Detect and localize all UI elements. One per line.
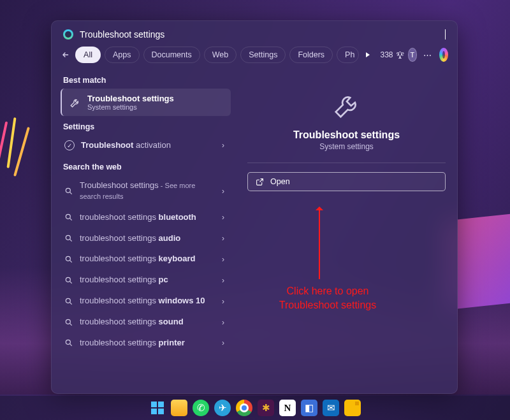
taskbar-telegram[interactable]: ✈︎ xyxy=(214,400,231,416)
best-match-heading: Best match xyxy=(63,76,238,85)
best-match-result[interactable]: Troubleshoot settings System settings xyxy=(61,89,231,116)
web-result-label: troubleshoot settings windows 10 xyxy=(80,296,215,307)
search-bar[interactable] xyxy=(52,21,457,47)
search-icon xyxy=(64,276,73,285)
web-result-4[interactable]: troubleshoot settings pc› xyxy=(62,270,233,291)
windows-logo-icon xyxy=(151,402,164,414)
svg-point-5 xyxy=(66,298,70,303)
wrench-icon xyxy=(69,97,81,108)
preview-subtitle: System settings xyxy=(247,142,446,151)
search-icon xyxy=(63,29,73,40)
web-result-label: troubleshoot settings pc xyxy=(80,275,215,286)
chevron-right-icon: › xyxy=(222,141,227,150)
copilot-icon[interactable] xyxy=(439,48,448,62)
points-value: 338 xyxy=(381,50,393,59)
search-input[interactable] xyxy=(80,29,439,40)
svg-point-1 xyxy=(66,214,70,219)
web-result-label: Troubleshoot settings - See more search … xyxy=(80,180,215,202)
tab-folders[interactable]: Folders xyxy=(289,47,333,63)
search-icon xyxy=(64,255,73,264)
svg-point-4 xyxy=(66,277,70,282)
start-button[interactable] xyxy=(149,400,166,416)
best-match-subtitle: System settings xyxy=(87,103,174,111)
open-button[interactable]: Open xyxy=(247,172,446,191)
chevron-right-icon: › xyxy=(222,213,227,222)
tab-documents[interactable]: Documents xyxy=(143,47,200,63)
search-icon xyxy=(64,213,73,222)
web-result-3[interactable]: troubleshoot settings keyboard› xyxy=(62,249,233,270)
best-match-title: Troubleshoot settings xyxy=(87,94,174,103)
play-icon xyxy=(365,52,371,58)
results-left-pane: Best match Troubleshoot settings System … xyxy=(52,69,238,393)
tab-all[interactable]: All xyxy=(75,47,101,63)
chevron-right-icon: › xyxy=(222,187,227,196)
taskbar-keep[interactable] xyxy=(344,400,361,416)
search-web-heading: Search the web xyxy=(63,163,238,171)
web-result-label: troubleshoot settings sound xyxy=(80,317,215,328)
search-icon xyxy=(64,338,73,347)
svg-point-0 xyxy=(66,188,70,192)
open-external-icon xyxy=(256,178,264,186)
taskbar-whatsapp[interactable]: ✆ xyxy=(193,400,209,416)
settings-result-troubleshoot-activation[interactable]: Troubleshoot activation › xyxy=(62,135,233,156)
search-icon xyxy=(64,297,73,306)
taskbar-outlook[interactable]: ✉︎ xyxy=(323,400,339,416)
divider xyxy=(247,163,446,163)
user-avatar[interactable]: T xyxy=(408,48,418,62)
tab-settings[interactable]: Settings xyxy=(240,47,286,63)
search-icon xyxy=(64,187,73,196)
rewards-points[interactable]: 338 🏆︎ xyxy=(381,50,404,60)
desktop-shape-left xyxy=(0,115,45,191)
search-icon xyxy=(64,234,73,243)
settings-check-icon xyxy=(64,140,75,150)
svg-point-3 xyxy=(66,256,70,261)
web-result-1[interactable]: troubleshoot settings bluetooth› xyxy=(62,207,233,228)
chevron-right-icon: › xyxy=(222,234,227,243)
web-result-7[interactable]: troubleshoot settings printer› xyxy=(62,333,233,354)
arrow-left-icon xyxy=(61,50,70,59)
web-result-0[interactable]: Troubleshoot settings - See more search … xyxy=(62,175,233,207)
web-result-label: troubleshoot settings bluetooth xyxy=(80,212,215,223)
tab-photos[interactable]: Ph xyxy=(337,47,359,63)
chevron-right-icon: › xyxy=(222,276,227,285)
web-result-6[interactable]: troubleshoot settings sound› xyxy=(62,312,233,333)
taskbar: ✆ ✈︎ ✱ N ◧ ✉︎ xyxy=(0,396,510,420)
tabs-scroll-right[interactable] xyxy=(363,47,372,62)
back-button[interactable] xyxy=(61,47,70,62)
tab-apps[interactable]: Apps xyxy=(105,47,140,63)
web-result-5[interactable]: troubleshoot settings windows 10› xyxy=(62,291,233,312)
taskbar-slack[interactable]: ✱ xyxy=(258,400,274,416)
taskbar-notion[interactable]: N xyxy=(279,400,296,416)
annotation-arrow xyxy=(319,208,320,279)
web-result-label: troubleshoot settings audio xyxy=(80,233,215,244)
settings-result-label: Troubleshoot activation xyxy=(81,140,215,151)
web-result-label: troubleshoot settings printer xyxy=(80,338,215,349)
svg-point-6 xyxy=(66,319,70,324)
taskbar-app-blue[interactable]: ◧ xyxy=(301,400,317,416)
wrench-icon-large xyxy=(332,91,361,120)
chevron-right-icon: › xyxy=(222,297,227,306)
text-cursor xyxy=(445,29,446,40)
taskbar-file-explorer[interactable] xyxy=(171,400,187,416)
preview-right-pane: Troubleshoot settings System settings Op… xyxy=(238,69,457,393)
settings-heading: Settings xyxy=(63,122,238,131)
chevron-right-icon: › xyxy=(222,318,227,327)
more-button[interactable]: ⋯ xyxy=(421,50,435,60)
web-result-label: troubleshoot settings keyboard xyxy=(80,254,215,264)
search-icon xyxy=(64,318,73,327)
preview-title: Troubleshoot settings xyxy=(247,129,446,141)
taskbar-chrome[interactable] xyxy=(236,400,252,416)
filter-tabs-row: All Apps Documents Web Settings Folders … xyxy=(52,47,457,69)
search-panel: All Apps Documents Web Settings Folders … xyxy=(51,20,458,394)
tab-web[interactable]: Web xyxy=(204,47,237,63)
svg-point-7 xyxy=(66,340,70,345)
open-button-label: Open xyxy=(270,177,290,186)
svg-point-2 xyxy=(66,235,70,240)
web-result-2[interactable]: troubleshoot settings audio› xyxy=(62,228,233,249)
trophy-icon: 🏆︎ xyxy=(396,50,404,60)
chevron-right-icon: › xyxy=(222,255,227,264)
annotation-text: Click here to open Troubleshoot settings xyxy=(264,284,391,312)
chevron-right-icon: › xyxy=(222,338,227,347)
